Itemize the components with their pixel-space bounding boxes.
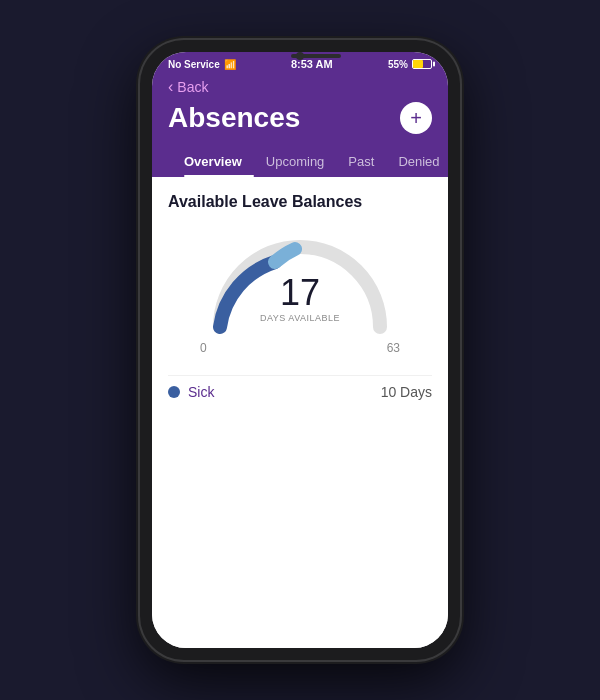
gauge-container: 17 DAYS AVAILABLE 0 63 <box>168 227 432 355</box>
battery-icon <box>412 59 432 69</box>
gauge-label: DAYS AVAILABLE <box>260 313 340 323</box>
plus-icon: + <box>410 108 422 128</box>
status-right: 55% <box>388 59 432 70</box>
tab-past[interactable]: Past <box>336 146 386 177</box>
add-button[interactable]: + <box>400 102 432 134</box>
speaker-bar <box>291 54 341 58</box>
page-title-row: Absences + <box>168 102 432 134</box>
gauge-value: 17 <box>260 275 340 311</box>
leave-dot-sick <box>168 386 180 398</box>
header: ‹ Back Absences + Overview Upcoming Past <box>152 74 448 177</box>
carrier-text: No Service <box>168 59 220 70</box>
gauge-wrapper: 17 DAYS AVAILABLE <box>200 227 400 337</box>
battery-tip <box>433 62 435 67</box>
leave-name-sick: Sick <box>188 384 214 400</box>
gauge-max: 63 <box>387 341 400 355</box>
phone-screen: No Service 📶 8:53 AM 55% ‹ Back Absences <box>152 52 448 648</box>
back-label: Back <box>177 79 208 95</box>
page-title: Absences <box>168 102 300 134</box>
gauge-min: 0 <box>200 341 207 355</box>
gauge-labels-row: 0 63 <box>200 341 400 355</box>
tab-overview[interactable]: Overview <box>184 146 254 177</box>
section-title: Available Leave Balances <box>168 193 432 211</box>
tab-upcoming[interactable]: Upcoming <box>254 146 337 177</box>
content-area: Available Leave Balances 17 <box>152 177 448 648</box>
phone-frame: No Service 📶 8:53 AM 55% ‹ Back Absences <box>140 40 460 660</box>
tab-bar: Overview Upcoming Past Denied <box>168 146 432 177</box>
leave-item-left: Sick <box>168 384 214 400</box>
gauge-center-text: 17 DAYS AVAILABLE <box>260 275 340 323</box>
status-time: 8:53 AM <box>291 58 333 70</box>
battery-percent: 55% <box>388 59 408 70</box>
status-left: No Service 📶 <box>168 59 236 70</box>
leave-item-sick[interactable]: Sick 10 Days <box>168 375 432 408</box>
tab-denied[interactable]: Denied <box>386 146 448 177</box>
wifi-icon: 📶 <box>224 59 236 70</box>
back-button[interactable]: ‹ Back <box>168 78 432 96</box>
leave-days-sick: 10 Days <box>381 384 432 400</box>
back-chevron-icon: ‹ <box>168 78 173 96</box>
battery-fill <box>413 60 423 68</box>
